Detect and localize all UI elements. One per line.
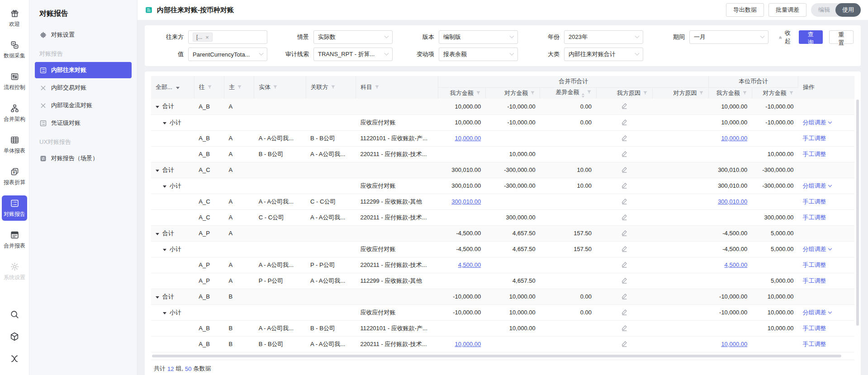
rail-item-convert[interactable]: ¥报表折算 xyxy=(2,164,27,189)
my-amount-link[interactable]: 300,010.00 xyxy=(451,198,481,205)
edit-pencil-icon[interactable] xyxy=(621,150,628,158)
rail-item-flow[interactable]: 流程控制 xyxy=(2,69,27,94)
counterparty-input[interactable]: [... × xyxy=(188,30,267,44)
toggle-edit-label[interactable]: 编辑 xyxy=(811,6,835,14)
search-icon[interactable] xyxy=(9,309,19,321)
sort-carets-icon[interactable] xyxy=(582,93,584,98)
vertical-scrollbar[interactable] xyxy=(856,100,859,326)
package-icon[interactable] xyxy=(9,332,19,343)
expand-caret-icon[interactable] xyxy=(156,170,159,172)
filter-funnel-icon[interactable] xyxy=(375,84,379,91)
query-button[interactable]: 查询 xyxy=(799,30,823,44)
expand-caret-icon[interactable] xyxy=(163,185,166,188)
rail-item-grid[interactable]: 单体报表 xyxy=(2,132,27,157)
edit-pencil-icon[interactable] xyxy=(621,119,628,127)
manual-adjust-link[interactable]: 手工调整 xyxy=(803,198,826,205)
my-amount-link[interactable]: 4,500.00 xyxy=(458,261,481,268)
expand-caret-icon[interactable] xyxy=(163,249,166,251)
filter-funnel-icon[interactable] xyxy=(742,90,747,97)
list-icon xyxy=(39,119,47,127)
expand-caret-icon[interactable] xyxy=(163,122,166,124)
sidebar-item[interactable]: 内部往来对账 xyxy=(35,62,132,78)
edit-pencil-icon[interactable] xyxy=(621,229,628,237)
group-adjust-link[interactable]: 分组调差 xyxy=(803,246,826,252)
sidebar-item[interactable]: 内部现金流对账 xyxy=(35,97,132,114)
edit-pencil-icon[interactable] xyxy=(621,245,628,253)
reset-button[interactable]: 重置 xyxy=(829,30,854,44)
filter-funnel-icon[interactable] xyxy=(207,84,212,91)
filter-funnel-icon[interactable] xyxy=(643,90,648,97)
sidebar-item[interactable]: 对账报告（场景） xyxy=(35,150,132,166)
local-my-amount-link[interactable]: 300,010.00 xyxy=(718,198,747,205)
sidebar-item[interactable]: 内部交易对账 xyxy=(35,80,132,96)
batch-adjust-button[interactable]: 批量调差 xyxy=(768,3,806,17)
group-adjust-link[interactable]: 分组调差 xyxy=(803,182,826,189)
filter-funnel-icon[interactable] xyxy=(273,84,278,91)
manual-adjust-link[interactable]: 手工调整 xyxy=(803,261,826,268)
rail-item-merge[interactable]: 合并报表 xyxy=(2,227,27,252)
local-my-amount-link[interactable]: 10,000.00 xyxy=(721,341,747,347)
edit-pencil-icon[interactable] xyxy=(621,102,628,110)
column-header-all[interactable]: 全部... xyxy=(151,76,194,99)
manual-adjust-link[interactable]: 手工调整 xyxy=(803,135,826,142)
expand-caret-icon[interactable] xyxy=(163,312,166,314)
edit-pencil-icon[interactable] xyxy=(621,340,628,348)
export-data-button[interactable]: 导出数据 xyxy=(726,3,764,17)
my-amount-link[interactable]: 10,000.00 xyxy=(455,341,481,347)
edit-pencil-icon[interactable] xyxy=(621,214,628,222)
sidebar-item[interactable]: 凭证级对账 xyxy=(35,115,132,131)
edit-pencil-icon[interactable] xyxy=(621,198,628,206)
edit-pencil-icon[interactable] xyxy=(621,309,628,317)
group-adjust-link[interactable]: 分组调差 xyxy=(803,119,826,126)
edit-use-toggle[interactable]: 编辑 使用 xyxy=(811,3,861,17)
filter-funnel-icon[interactable] xyxy=(237,84,242,91)
chevron-down-icon xyxy=(510,51,514,55)
edit-pencil-icon[interactable] xyxy=(621,261,628,269)
caret-down-icon[interactable] xyxy=(176,87,180,89)
rail-item-gift[interactable]: 欢迎 xyxy=(2,5,27,31)
tag-close-icon[interactable]: × xyxy=(205,34,209,40)
edit-pencil-icon[interactable] xyxy=(621,324,628,332)
filter-funnel-icon[interactable] xyxy=(699,90,704,97)
collapse-filters[interactable]: 收起 xyxy=(778,29,792,45)
edit-pencil-icon[interactable] xyxy=(621,277,628,285)
edit-pencil-icon[interactable] xyxy=(621,182,628,190)
audit-trail-select[interactable]: TRANS_RPT - 折算... xyxy=(313,47,393,61)
rail-item-org[interactable]: 合并架构 xyxy=(2,100,27,126)
edit-pencil-icon[interactable] xyxy=(621,166,628,174)
filter-funnel-icon[interactable] xyxy=(789,90,794,97)
toggle-use-label[interactable]: 使用 xyxy=(835,3,861,17)
rail-item-report[interactable]: 对账报告 xyxy=(2,195,27,221)
group-adjust-link[interactable]: 分组调差 xyxy=(803,309,826,316)
rail-item-collect[interactable]: 数据采集 xyxy=(2,37,27,62)
expand-caret-icon[interactable] xyxy=(156,296,159,299)
sidebar-item[interactable]: 对账设置 xyxy=(35,27,132,43)
knot-icon[interactable] xyxy=(9,354,19,365)
my-amount-link[interactable]: 10,000.00 xyxy=(455,135,481,142)
filter-funnel-icon[interactable] xyxy=(530,90,535,97)
year-select[interactable]: 2023年 xyxy=(564,30,643,44)
value-select[interactable]: ParentCurrencyTota... xyxy=(188,47,267,61)
expand-caret-icon[interactable] xyxy=(156,233,159,235)
manual-adjust-link[interactable]: 手工调整 xyxy=(803,325,826,332)
rail-item-gear[interactable]: 系统设置 xyxy=(2,259,27,284)
table-row-detail: A_BBB - B公司A - A公司我...220211 - 应付账款-技术..… xyxy=(151,336,854,352)
period-select[interactable]: 一月 xyxy=(689,30,768,44)
edit-pencil-icon[interactable] xyxy=(621,293,628,301)
manual-adjust-link[interactable]: 手工调整 xyxy=(803,214,826,221)
filter-funnel-icon[interactable] xyxy=(476,90,481,97)
horizontal-scrollbar[interactable] xyxy=(152,355,841,357)
scenario-select[interactable]: 实际数 xyxy=(313,30,393,44)
version-select[interactable]: 编制版 xyxy=(439,30,518,44)
local-my-amount-link[interactable]: 4,500.00 xyxy=(725,261,748,268)
expand-caret-icon[interactable] xyxy=(156,106,159,108)
filter-funnel-icon[interactable] xyxy=(587,89,592,96)
manual-adjust-link[interactable]: 手工调整 xyxy=(803,151,826,157)
manual-adjust-link[interactable]: 手工调整 xyxy=(803,277,826,284)
manual-adjust-link[interactable]: 手工调整 xyxy=(803,341,826,347)
category-select[interactable]: 内部往来对账合计 xyxy=(564,47,643,61)
edit-pencil-icon[interactable] xyxy=(621,134,628,142)
filter-funnel-icon[interactable] xyxy=(331,84,336,91)
local-my-amount-link[interactable]: 10,000.00 xyxy=(721,135,747,142)
movement-select[interactable]: 报表余额 xyxy=(439,47,518,61)
